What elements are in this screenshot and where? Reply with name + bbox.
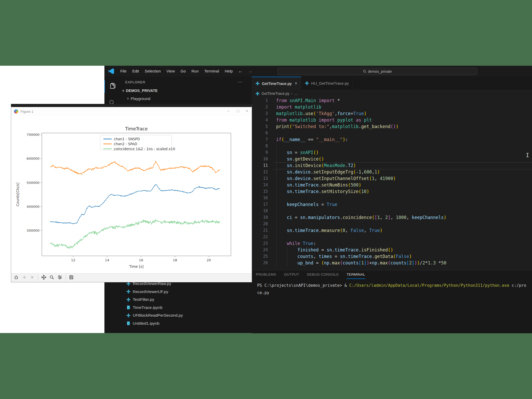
code-text: import matplotlib (276, 104, 321, 110)
code-line[interactable]: 21 sn.timeTrace.measure(0, False, True) (252, 227, 532, 234)
home-tool-icon[interactable] (14, 275, 19, 281)
terminal-command-tail: c:/pro (509, 283, 526, 288)
menu-go[interactable]: Go (178, 66, 189, 77)
panel-tab-output[interactable]: OUTPUT (284, 272, 299, 279)
code-line[interactable]: 13 sn.device.setInputChannelOffset(1, 41… (252, 175, 532, 182)
tree-root-demos-private[interactable]: ∨ DEMOS_PRIVATE (119, 87, 254, 94)
code-line[interactable]: 10 sn.getDevice() (252, 156, 532, 162)
menu-help[interactable]: Help (222, 66, 236, 77)
bottom-panel: PROBLEMSOUTPUTDEBUG CONSOLETERMINAL PS C… (252, 270, 532, 333)
code-line[interactable]: 20 (252, 221, 532, 227)
forward-tool-icon[interactable] (30, 275, 35, 281)
code-text: counts, times = sn.timeTrace.getData(Fal… (276, 253, 412, 260)
svg-text:12: 12 (71, 258, 76, 262)
nav-forward-icon[interactable]: → (248, 68, 252, 74)
line-number: 1 (252, 97, 268, 104)
notebook-file-icon (126, 305, 131, 310)
toolbar-separator (38, 275, 38, 281)
explorer-more-actions-icon[interactable]: ··· (238, 79, 242, 85)
maximize-button[interactable]: □ (234, 109, 242, 113)
python-file-icon (255, 81, 260, 86)
file-item-testfilter.py[interactable]: TestFilter.py (119, 296, 258, 303)
line-number: 8 (252, 143, 268, 149)
file-item-ufblockreadpersecond.py[interactable]: UFBlockReadPerSecond.py (119, 311, 258, 319)
svg-text:400000: 400000 (26, 205, 39, 209)
search-text: demos_private (368, 69, 392, 74)
tree-folder-playground[interactable]: ∨ Playground (119, 95, 259, 102)
code-line[interactable]: 24 finished = sn.timeTrace.isFinished() (252, 247, 532, 253)
code-line[interactable]: 19 ci = sn.manipulators.coincidence([1, … (252, 214, 532, 221)
pan-tool-icon[interactable] (41, 275, 46, 281)
file-item-recordvieweruf.py[interactable]: RecordViewerUF.py (119, 288, 258, 296)
chevron-down-icon: ∨ (122, 89, 124, 92)
line-number: 12 (252, 169, 268, 175)
code-line[interactable]: 7if(__name__ == "__main__"): (252, 136, 532, 143)
code-line[interactable]: 26 up_bnd = (np.max(counts[1])+np.max(co… (252, 260, 532, 266)
code-line[interactable]: 8 (252, 143, 532, 149)
figure-titlebar[interactable]: Figure 1 (11, 107, 252, 116)
close-icon[interactable]: × (295, 81, 297, 86)
code-line[interactable]: 22 (252, 234, 532, 240)
code-line[interactable]: 16 (252, 195, 532, 201)
activity-explorer-icon[interactable] (104, 80, 120, 93)
code-line[interactable]: 6 (252, 130, 532, 136)
configure-tool-icon[interactable] (57, 275, 62, 281)
code-line[interactable]: 23 while True: (252, 240, 532, 247)
toolbar-separator (65, 275, 66, 281)
code-line[interactable]: 25 counts, times = sn.timeTrace.getData(… (252, 253, 532, 260)
editor-tabbar: GetTimeTrace.py×HU_GetTimeTrace.py (252, 77, 532, 90)
line-number: 25 (252, 253, 268, 260)
indent-guide (287, 247, 287, 266)
menu-file[interactable]: File (117, 66, 129, 77)
close-button[interactable]: × (243, 109, 251, 113)
panel-tab-debug-console[interactable]: DEBUG CONSOLE (307, 272, 339, 279)
code-line[interactable]: 9 sn = snAPI() (252, 149, 532, 156)
line-number: 4 (252, 117, 268, 123)
line-number: 20 (252, 221, 268, 227)
minimize-button[interactable]: – (224, 109, 232, 113)
code-line[interactable]: 15 sn.timeTrace.setHistorySize(10) (252, 188, 532, 195)
code-line[interactable]: 18 (252, 208, 532, 214)
line-number: 17 (252, 201, 268, 208)
code-line[interactable]: 14 sn.timeTrace.setNumBins(500) (252, 182, 532, 188)
code-line[interactable]: 1from snAPI.Main import * (252, 97, 532, 104)
zoom-tool-icon[interactable] (49, 275, 54, 281)
line-number: 3 (252, 110, 268, 117)
code-text: sn.timeTrace.setHistorySize(10) (276, 188, 369, 195)
file-item-untitled1.ipynb[interactable]: Untitled1.ipynb (119, 320, 258, 327)
current-line-highlight (274, 162, 532, 169)
back-tool-icon[interactable] (22, 275, 27, 281)
figure-canvas: TimeTrace3000004000005000006000007000001… (11, 116, 252, 273)
code-line[interactable]: 3matplotlib.use('TkAgg',force=True) (252, 110, 532, 117)
code-line[interactable]: 17 keepChannels = True (252, 201, 532, 208)
code-line[interactable]: 5print("Switched to:",matplotlib.get_bac… (252, 123, 532, 130)
line-number: 13 (252, 175, 268, 182)
matplotlib-figure-window[interactable]: Figure 1 – □ × TimeTrace3000004000005000… (11, 104, 252, 282)
code-line[interactable]: 2import matplotlib (252, 104, 532, 110)
terminal-output[interactable]: PS C:\projects\snAPI\demos_private> & C:… (257, 282, 530, 296)
file-item-timetrace.ipynb[interactable]: TimeTrace.ipynb (119, 304, 258, 311)
code-line[interactable]: 4from matplotlib import pyplot as plt (252, 117, 532, 123)
chevron-down-icon: ∨ (127, 97, 129, 100)
tab-hu_gettimetrace.py[interactable]: HU_GetTimeTrace.py (301, 77, 353, 90)
save-tool-icon[interactable] (69, 275, 74, 281)
tab-gettimetrace.py[interactable]: GetTimeTrace.py× (252, 77, 301, 90)
panel-tab-problems[interactable]: PROBLEMS (256, 272, 276, 279)
menu-view[interactable]: View (164, 66, 178, 77)
desktop: FileEditSelectionViewGoRunTerminalHelp ←… (0, 0, 532, 399)
file-label: RecordViewerUF.py (133, 289, 168, 294)
line-number: 23 (252, 240, 268, 247)
nav-back-icon[interactable]: ← (238, 68, 243, 74)
breadcrumb-file: GetTimeTrace.py (262, 91, 289, 96)
command-center-search[interactable]: demos_private (277, 68, 477, 75)
indent-guide (276, 143, 277, 266)
menu-terminal[interactable]: Terminal (202, 66, 222, 77)
code-editor[interactable]: 1from snAPI.Main import *2import matplot… (252, 97, 532, 270)
code-line[interactable]: 12 sn.device.setInputEdgeTrg(-1,600,1) (252, 169, 532, 175)
menu-edit[interactable]: Edit (129, 66, 142, 77)
menu-run[interactable]: Run (189, 66, 202, 77)
svg-text:18: 18 (173, 258, 177, 262)
panel-tab-terminal[interactable]: TERMINAL (347, 272, 365, 279)
breadcrumb[interactable]: GetTimeTrace.py › … (255, 90, 298, 97)
menu-selection[interactable]: Selection (142, 66, 164, 77)
